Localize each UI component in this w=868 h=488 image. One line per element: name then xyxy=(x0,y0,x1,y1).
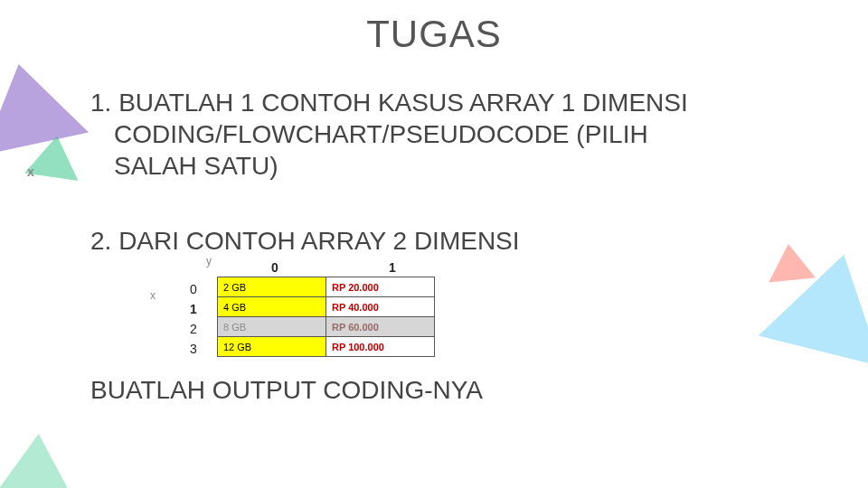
axis-label-x: x xyxy=(150,289,156,302)
col-header: 1 xyxy=(389,260,396,275)
task-2-footer: BUATLAH OUTPUT CODING-NYA xyxy=(90,376,814,405)
deco-x-mark: x xyxy=(27,164,34,179)
cell-price: RP 40.000 xyxy=(326,297,435,317)
row-header: 0 xyxy=(190,282,197,296)
cell-price: RP 100.000 xyxy=(326,337,435,357)
row-header: 3 xyxy=(190,342,197,356)
content-block: 1. BUATLAH 1 CONTOH KASUS ARRAY 1 DIMENS… xyxy=(90,87,814,405)
row-header: 1 xyxy=(190,302,197,316)
cell-price: RP 20.000 xyxy=(326,277,435,297)
table-row: 2 GB RP 20.000 xyxy=(218,277,435,297)
task-2-heading: 2. DARI CONTOH ARRAY 2 DIMENSI xyxy=(90,225,814,257)
cell-price: RP 60.000 xyxy=(326,317,435,337)
cell-capacity: 2 GB xyxy=(218,277,326,297)
data-grid: 2 GB RP 20.000 4 GB RP 40.000 8 GB RP 60… xyxy=(217,277,435,357)
table-row: 8 GB RP 60.000 xyxy=(218,317,435,337)
cell-capacity: 12 GB xyxy=(218,337,326,357)
deco-triangle xyxy=(0,431,84,488)
task-1-line: CODING/FLOWCHART/PSEUDOCODE (PILIH xyxy=(90,118,814,150)
table-row: 4 GB RP 40.000 xyxy=(218,297,435,317)
col-header: 0 xyxy=(271,260,278,275)
axis-label-y: y xyxy=(206,255,212,267)
page-title: TUGAS xyxy=(0,13,868,56)
cell-capacity: 8 GB xyxy=(218,317,326,337)
table-row: 12 GB RP 100.000 xyxy=(218,337,435,357)
task-1: 1. BUATLAH 1 CONTOH KASUS ARRAY 1 DIMENS… xyxy=(90,87,814,182)
task-1-line: 1. BUATLAH 1 CONTOH KASUS ARRAY 1 DIMENS… xyxy=(90,87,814,118)
cell-capacity: 4 GB xyxy=(218,297,326,317)
task-1-line: SALAH SATU) xyxy=(90,150,814,182)
row-header: 2 xyxy=(190,322,197,336)
